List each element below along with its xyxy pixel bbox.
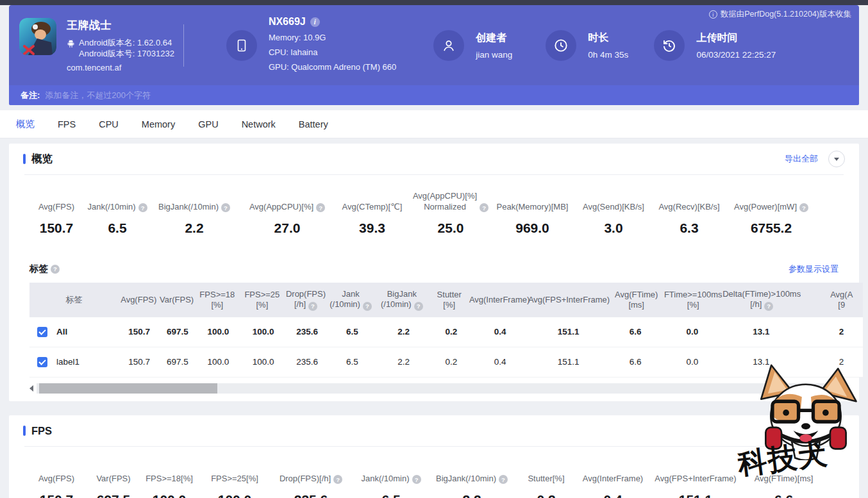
tab-Network[interactable]: Network (242, 119, 276, 129)
checkbox-All[interactable] (37, 327, 47, 337)
table-cell: 0.4 (471, 353, 529, 371)
scroll-right-arrow-icon[interactable] (835, 385, 839, 392)
table-cell: 0.4 (471, 323, 529, 341)
app-version-code: Android版本号: 17031232 (79, 48, 174, 59)
table-cell: 13.1 (722, 323, 801, 341)
metric-label: Avg(AppCPU)[%]Normalized (412, 190, 489, 212)
metric-label: Avg(Power)[mW] (727, 190, 815, 212)
help-icon[interactable] (51, 265, 60, 274)
column-header: FTime>=100ms[%] (664, 286, 722, 314)
tab-GPU[interactable]: GPU (198, 119, 218, 129)
overview-metrics: Avg(FPS)150.7Jank(/10min)6.5BigJank(/10m… (9, 175, 859, 254)
column-header: 标签 (29, 291, 119, 309)
row-name: All (56, 327, 67, 337)
help-icon[interactable] (221, 203, 230, 212)
metric-label: Jank(/10min) (88, 190, 146, 212)
column-header: Avg(InterFrame) (469, 291, 528, 309)
labels-title: 标签 (29, 263, 48, 275)
metric-value: 6.5 (88, 220, 146, 236)
help-icon[interactable] (799, 203, 808, 212)
column-header: Delta(FTime)>100ms[/h] (722, 285, 801, 315)
export-all-link[interactable]: 导出全部 (785, 153, 818, 165)
note-input[interactable] (45, 90, 430, 100)
table-cell: 150.7 (119, 323, 160, 341)
help-icon[interactable] (308, 302, 317, 311)
table-cell: 2.2 (376, 323, 431, 341)
help-icon[interactable] (480, 203, 488, 212)
column-header: Drop(FPS)[/h] (285, 285, 327, 315)
tab-FPS[interactable]: FPS (58, 119, 76, 129)
table-cell: 6.5 (328, 323, 376, 341)
tab-CPU[interactable]: CPU (99, 119, 119, 129)
help-icon[interactable] (316, 203, 325, 212)
scroll-left-arrow-icon[interactable] (29, 385, 33, 392)
metric-value: 150.7 (24, 220, 88, 236)
table-cell: 697.5 (160, 353, 196, 371)
table-cell: 151.1 (529, 323, 608, 341)
tab-Battery[interactable]: Battery (299, 119, 328, 129)
metric-label: BigJank(/10min) (146, 190, 242, 212)
metric-FPS>=25[%]: FPS>=25[%]100.0 (200, 462, 269, 498)
table-cell: 100.0 (241, 323, 286, 341)
column-header: Avg(FPS+InterFrame) (528, 291, 609, 309)
param-display-settings-link[interactable]: 参数显示设置 (789, 263, 839, 275)
table-cell: 697.5 (160, 323, 196, 341)
table-row: label1150.7697.5100.0100.0235.66.52.20.2… (29, 347, 863, 378)
table-cell: 100.0 (196, 353, 240, 371)
fps-card: FPS Avg(FPS)150.7Var(FPS)697.5FPS>=18[%]… (9, 415, 859, 498)
scrollbar-thumb[interactable] (39, 383, 217, 394)
metric-value: 100.0 (200, 492, 269, 498)
table-cell: 235.6 (286, 323, 328, 341)
table-cell: 151.1 (529, 353, 608, 371)
app-info: 王牌战士 Android版本名: 1.62.0.64 Android版本号: 1… (19, 18, 174, 72)
metric-BigJank(/10min): BigJank(/10min)2.2 (430, 462, 514, 498)
metric-value: 6.6 (744, 492, 824, 498)
metric-Peak(Memory)[MB]: Peak(Memory)[MB]969.0 (489, 190, 576, 236)
help-icon[interactable] (499, 475, 508, 484)
table-cell: 150.7 (119, 353, 160, 371)
info-icon[interactable] (709, 10, 717, 19)
metric-value: 25.0 (412, 220, 489, 236)
metric-label: Jank(/10min) (353, 462, 430, 484)
tab-概览[interactable]: 概览 (16, 118, 35, 130)
device-info-icon[interactable] (310, 17, 320, 27)
report-header: 数据由PerfDog(5.1.210204)版本收集 王牌战士 (9, 5, 859, 85)
help-icon[interactable] (764, 302, 773, 311)
column-header: Stutter[%] (430, 286, 469, 314)
duration-label: 时长 (588, 31, 628, 45)
overview-collapse-button[interactable] (828, 151, 845, 167)
metric-value: 235.6 (269, 492, 353, 498)
metric-value: 151.1 (647, 492, 744, 498)
upload-value: 06/03/2021 22:25:27 (696, 50, 776, 60)
fps-title: FPS (31, 425, 52, 437)
metric-Avg(CTemp)[℃]: Avg(CTemp)[℃]39.3 (332, 190, 412, 236)
scrollbar-track[interactable] (37, 383, 831, 394)
metric-value: 2.2 (146, 220, 242, 236)
checkbox-label1[interactable] (37, 357, 47, 367)
table-header-row: 标签Avg(FPS)Var(FPS)FPS>=18[%]FPS>=25[%]Dr… (29, 283, 863, 317)
metric-value: 6.5 (353, 492, 430, 498)
user-icon (433, 30, 464, 61)
table-cell: 235.6 (286, 353, 328, 371)
metric-label: Peak(Memory)[MB] (489, 190, 576, 212)
help-icon[interactable] (412, 475, 421, 484)
metric-label: Avg(CTemp)[℃] (332, 190, 412, 212)
collect-note-text: 数据由PerfDog(5.1.210204)版本收集 (721, 9, 851, 20)
fps-collapse-button[interactable] (828, 422, 845, 439)
metric-label: Stutter[%] (514, 462, 578, 484)
column-header: Avg(A[9 (801, 286, 863, 314)
table-cell: 13.1 (722, 353, 801, 371)
metric-label: Avg(FTime)[ms] (744, 462, 824, 484)
metric-Stutter[%]: Stutter[%]0.2 (514, 462, 578, 498)
metric-label: Avg(AppCPU)[%] (242, 190, 332, 212)
column-header: Jank(/10min) (327, 285, 374, 315)
help-icon[interactable] (414, 302, 423, 311)
table-cell: 0.0 (663, 323, 722, 341)
row-label-cell: All (29, 323, 119, 341)
tab-Memory[interactable]: Memory (142, 119, 175, 129)
help-icon[interactable] (333, 475, 342, 484)
metric-label: BigJank(/10min) (430, 462, 514, 484)
table-cell: 2 (801, 323, 863, 341)
help-icon[interactable] (363, 302, 372, 311)
metric-value: 0.4 (578, 492, 647, 498)
